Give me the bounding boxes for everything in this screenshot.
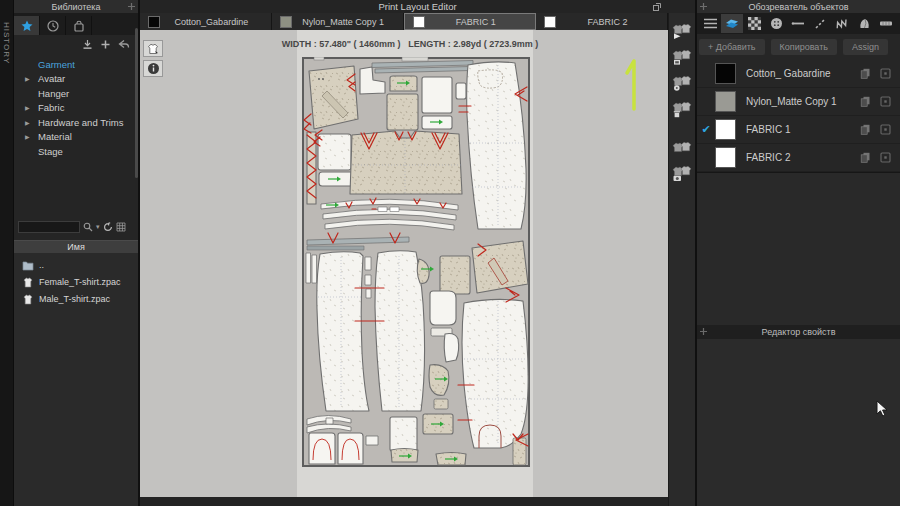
clock-icon [47, 20, 59, 32]
history-tab-label: HISTORY [2, 22, 11, 64]
mouse-cursor [876, 400, 888, 417]
layout-canvas[interactable]: WIDTH : 57.480" ( 1460mm ) LENGTH : 2.98… [140, 30, 668, 497]
tab-button[interactable] [765, 14, 787, 33]
tab-fabric[interactable] [721, 14, 743, 33]
duplicate-icon[interactable] [860, 152, 871, 163]
duplicate-icon[interactable] [860, 96, 871, 107]
tree-item-material[interactable]: ▶Material [14, 130, 138, 145]
library-scrollbar[interactable] [135, 28, 138, 178]
fabric-row-nylon-matte[interactable]: Nylon_Matte Copy 1 [697, 88, 900, 116]
property-editor-body [697, 339, 900, 506]
file-list: .. Female_T-shirt.zpac Male_T-shirt.zpac [14, 253, 138, 506]
button-icon [770, 17, 783, 30]
trim-icon [879, 17, 893, 30]
library-actions [14, 35, 138, 53]
tab-favorites[interactable] [14, 16, 40, 35]
add-box-icon[interactable] [880, 68, 891, 79]
search-caret-icon[interactable]: ▾ [96, 223, 100, 231]
add-button[interactable]: + Добавить [699, 39, 765, 55]
fabric-swatch [148, 16, 160, 28]
assign-button[interactable]: Assign [843, 39, 888, 55]
tab-pattern[interactable] [743, 14, 765, 33]
tree-item-fabric[interactable]: ▶Fabric [14, 101, 138, 116]
expand-arrow-icon[interactable]: ▶ [25, 119, 30, 126]
fabric-swatch [280, 16, 292, 28]
folder-icon [22, 260, 34, 271]
pattern-marker[interactable] [302, 57, 530, 467]
tab-history-cloud[interactable] [40, 16, 66, 35]
library-panel: Библиотека Garment ▶Avatar Hanger ▶Fabri… [14, 0, 140, 506]
arrange-pieces-button[interactable] [671, 139, 693, 156]
selected-check-icon: ✔ [697, 123, 715, 136]
tab-store[interactable] [66, 16, 92, 35]
delete-layout-button[interactable] [671, 101, 693, 118]
fabric-icon [725, 17, 739, 30]
file-item-up[interactable]: .. [14, 257, 138, 274]
files-header[interactable]: Имя [14, 240, 138, 253]
tab-stitch[interactable] [809, 14, 831, 33]
file-item-female-tshirt[interactable]: Female_T-shirt.zpac [14, 274, 138, 291]
expand-arrow-icon[interactable]: ▶ [25, 104, 30, 111]
pin-icon[interactable] [128, 3, 135, 10]
tree-item-garment[interactable]: Garment [14, 57, 138, 72]
add-box-icon[interactable] [880, 124, 891, 135]
fabric-tab-nylon-matte[interactable]: Nylon_Matte Copy 1 [272, 13, 404, 30]
property-editor-title: Редактор свойств [762, 327, 836, 337]
tree-item-stage[interactable]: Stage [14, 144, 138, 159]
add-icon[interactable] [100, 39, 111, 50]
pin-icon[interactable] [700, 3, 707, 10]
canvas-bottom-strip [140, 497, 668, 506]
layout-snapshot-button[interactable] [671, 165, 693, 182]
layout-side-toolbar [668, 13, 695, 506]
tab-topstitch[interactable] [787, 14, 809, 33]
library-tab-bar [14, 13, 138, 35]
duplicate-icon[interactable] [860, 124, 871, 135]
fabric-row-cotton-gabardine[interactable]: Cotton_ Gabardine [697, 60, 900, 88]
info-button[interactable] [143, 60, 163, 77]
garment-icon [22, 277, 34, 288]
tab-trim[interactable] [875, 14, 897, 33]
float-window-icon[interactable] [653, 3, 661, 11]
editor-titlebar: Print Layout Editor [140, 0, 695, 13]
show-garment-button[interactable] [143, 40, 163, 57]
pin-icon[interactable] [700, 328, 707, 335]
search-input[interactable] [18, 221, 80, 233]
fabric-tab-cotton-gabardine[interactable]: Cotton_Gabardine [140, 13, 272, 30]
tab-scene-list[interactable] [699, 14, 721, 33]
history-tab[interactable]: HISTORY [0, 0, 14, 506]
tab-puckering[interactable] [831, 14, 853, 33]
nesting-settings-button[interactable] [671, 75, 693, 92]
tree-item-avatar[interactable]: ▶Avatar [14, 72, 138, 87]
add-box-icon[interactable] [880, 152, 891, 163]
library-header: Библиотека [14, 0, 138, 13]
garment-icon [22, 294, 34, 305]
grain-direction-arrow [623, 52, 645, 112]
texture-icon [858, 17, 871, 30]
import-icon[interactable] [82, 39, 93, 50]
fabric-swatch [413, 16, 425, 28]
fabric-row-fabric-2[interactable]: FABRIC 2 [697, 144, 900, 172]
file-item-male-tshirt[interactable]: Male_T-shirt.zpac [14, 291, 138, 308]
nesting-board-button[interactable] [671, 49, 693, 66]
fabric-swatch [715, 63, 736, 84]
fabric-tab-fabric-1[interactable]: FABRIC 1 [404, 13, 537, 30]
fabric-tab-fabric-2[interactable]: FABRIC 2 [536, 13, 668, 30]
tab-texture[interactable] [853, 14, 875, 33]
grid-view-icon[interactable] [116, 222, 126, 232]
refresh-icon[interactable] [103, 222, 113, 232]
puckering-icon [835, 17, 849, 30]
checker-icon [748, 17, 761, 30]
app-window: HISTORY Библиотека Garment ▶Avatar [0, 0, 900, 506]
search-icon[interactable] [83, 222, 93, 232]
tree-item-hardware[interactable]: ▶Hardware and Trims [14, 115, 138, 130]
auto-nesting-button[interactable] [671, 23, 693, 40]
copy-button[interactable]: Копировать [771, 39, 837, 55]
back-icon[interactable] [118, 39, 130, 50]
expand-arrow-icon[interactable]: ▶ [25, 133, 30, 140]
expand-arrow-icon[interactable]: ▶ [25, 75, 30, 82]
fabric-object-list: Cotton_ Gabardine Nylon_Matte Copy 1 ✔ F… [697, 60, 900, 172]
add-box-icon[interactable] [880, 96, 891, 107]
tree-item-hanger[interactable]: Hanger [14, 86, 138, 101]
duplicate-icon[interactable] [860, 68, 871, 79]
fabric-row-fabric-1[interactable]: ✔ FABRIC 1 [697, 116, 900, 144]
